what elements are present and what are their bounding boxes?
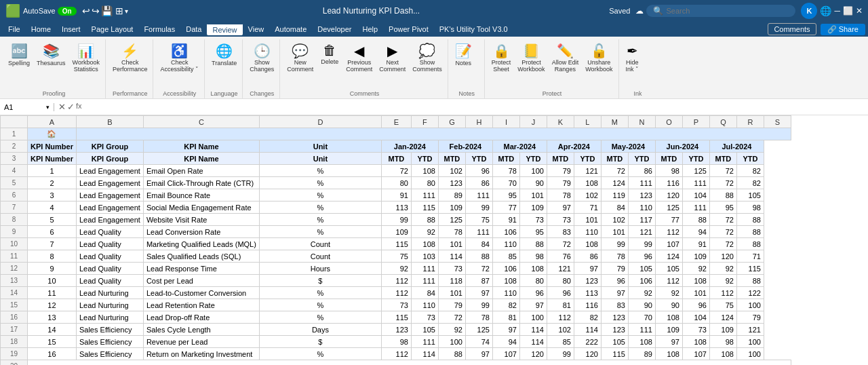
cell-jan-mtd-4[interactable]: 72 [381,165,411,177]
cell-jul-mtd-6[interactable]: 88 [709,189,736,201]
check-performance-button[interactable]: ⚡ CheckPerformance [110,41,151,75]
cell-apr-ytd-10[interactable]: 108 [574,238,601,250]
autosave-toggle[interactable]: On [58,7,77,16]
cell-jul-mtd-18[interactable]: 98 [709,336,736,348]
col-M[interactable]: M [601,116,628,128]
cell-jun-ytd-16[interactable]: 104 [682,311,709,324]
save-icon[interactable]: 💾 [101,5,113,16]
cell-jan-mtd-10[interactable]: 115 [381,238,411,250]
cell-apr-mtd-4[interactable]: 79 [547,165,574,177]
cell-jul-ytd-12[interactable]: 115 [736,263,764,275]
cell-apr-mtd-11[interactable]: 76 [547,250,574,263]
cell-unit-16[interactable]: % [259,311,381,324]
menu-insert[interactable]: Insert [56,24,86,35]
cell-apr-ytd-14[interactable]: 113 [574,287,601,299]
cell-mar-ytd-8[interactable]: 73 [519,214,547,226]
cell-jan-mtd-12[interactable]: 92 [381,263,411,275]
cell-may-ytd-14[interactable]: 92 [628,287,655,299]
cell-feb-ytd-15[interactable]: 99 [465,299,492,311]
cell-unit-5[interactable]: % [259,177,381,189]
cell-kpi-group-8[interactable]: Lead Engagement [76,214,143,226]
cell-jan-ytd-17[interactable]: 105 [411,324,438,336]
cell-jan-ytd-15[interactable]: 110 [411,299,438,311]
cell-jan-ytd-18[interactable]: 111 [411,336,438,348]
thesaurus-button[interactable]: 📚 Thesaurus [34,41,68,69]
cell-may-mtd-4[interactable]: 72 [601,165,628,177]
cell-mar-ytd-13[interactable]: 80 [519,275,547,287]
row-header-7[interactable]: 7 [1,201,28,214]
cell-kpi-group-9[interactable]: Lead Quality [76,226,143,238]
cell-jun-ytd-14[interactable]: 101 [682,287,709,299]
cell-mar-ytd-18[interactable]: 114 [519,336,547,348]
cell-jan-ytd-19[interactable]: 114 [411,348,438,360]
cell-feb-mtd-6[interactable]: 89 [438,189,465,201]
row-header-11[interactable]: 11 [1,250,28,263]
cell-jun-ytd-6[interactable]: 104 [682,189,709,201]
cell-jun-mtd-15[interactable]: 90 [655,299,682,311]
cell-jan-mtd-9[interactable]: 109 [381,226,411,238]
cell-kpi-group-19[interactable]: Sales Efficiency [76,348,143,360]
cell-feb-ytd-18[interactable]: 74 [465,336,492,348]
cell-kpi-group-13[interactable]: Lead Quality [76,275,143,287]
cell-jan-ytd-5[interactable]: 80 [411,177,438,189]
cell-feb-mtd-5[interactable]: 123 [438,177,465,189]
browser-icon[interactable]: 🌐 [820,5,831,16]
menu-view[interactable]: View [243,24,270,35]
insert-function-icon[interactable]: fx [76,102,82,112]
row-header-14[interactable]: 14 [1,287,28,299]
cell-mar-ytd-7[interactable]: 109 [519,201,547,214]
cell-jan-ytd-7[interactable]: 115 [411,201,438,214]
cell-may-ytd-19[interactable]: 89 [628,348,655,360]
menu-power-pivot[interactable]: Power Pivot [383,24,434,35]
cell-apr-mtd-9[interactable]: 83 [547,226,574,238]
cell-jan-mtd-18[interactable]: 98 [381,336,411,348]
cell-unit-9[interactable]: % [259,226,381,238]
cell-jul-ytd-10[interactable]: 88 [736,238,764,250]
cell-mar-mtd-4[interactable]: 78 [492,165,519,177]
cell-feb-mtd-19[interactable]: 88 [438,348,465,360]
cell-B2[interactable]: KPI Group [76,140,143,153]
cell-apr-ytd-8[interactable]: 101 [574,214,601,226]
confirm-formula-icon[interactable]: ✓ [67,102,75,112]
cell-jul-mtd-8[interactable]: 72 [709,214,736,226]
cell-apr-ytd-4[interactable]: 121 [574,165,601,177]
cell-jun-mtd-16[interactable]: 108 [655,311,682,324]
cell-kpi-group-10[interactable]: Lead Quality [76,238,143,250]
cell-mar-mtd-9[interactable]: 106 [492,226,519,238]
row-header-9[interactable]: 9 [1,226,28,238]
cell-kpi-group-18[interactable]: Sales Efficiency [76,336,143,348]
cell-kpi-num-11[interactable]: 8 [28,250,77,263]
cell-kpi-group-5[interactable]: Lead Engagement [76,177,143,189]
cell-jul-ytd-4[interactable]: 82 [736,165,764,177]
cell-jun-mtd-13[interactable]: 112 [655,275,682,287]
cell-kpi-group-6[interactable]: Lead Engagement [76,189,143,201]
row-header-6[interactable]: 6 [1,189,28,201]
comments-button[interactable]: Comments [768,23,816,35]
col-R[interactable]: R [736,116,764,128]
cell-apr-mtd-19[interactable]: 99 [547,348,574,360]
cell-D3-unit[interactable]: Unit [259,153,381,165]
cell-jul-ytd-18[interactable]: 100 [736,336,764,348]
cell-jan-mtd-14[interactable]: 112 [381,287,411,299]
cell-jun-mtd-14[interactable]: 92 [655,287,682,299]
cell-apr-mtd-8[interactable]: 73 [547,214,574,226]
cell-apr-mtd-14[interactable]: 96 [547,287,574,299]
cell-jul-mtd-5[interactable]: 72 [709,177,736,189]
cell-feb-mtd-8[interactable]: 125 [438,214,465,226]
cell-mar-mtd-11[interactable]: 85 [492,250,519,263]
cell-may-mtd-6[interactable]: 119 [601,189,628,201]
cell-apr-ytd-17[interactable]: 114 [574,324,601,336]
cell-jan-mtd-8[interactable]: 99 [381,214,411,226]
cell-jul-mtd-13[interactable]: 92 [709,275,736,287]
cell-jul-ytd-5[interactable]: 82 [736,177,764,189]
cell-jan-mtd-11[interactable]: 75 [381,250,411,263]
cell-may-mtd-13[interactable]: 96 [601,275,628,287]
row-header-16[interactable]: 16 [1,311,28,324]
maximize-button[interactable]: ⬜ [843,6,853,16]
cell-may-ytd-13[interactable]: 106 [628,275,655,287]
cell-jul-ytd-17[interactable]: 121 [736,324,764,336]
cell-kpi-group-4[interactable]: Lead Engagement [76,165,143,177]
cell-may-mtd-15[interactable]: 83 [601,299,628,311]
row-header-10[interactable]: 10 [1,238,28,250]
cell-kpi-group-14[interactable]: Lead Nurturing [76,287,143,299]
